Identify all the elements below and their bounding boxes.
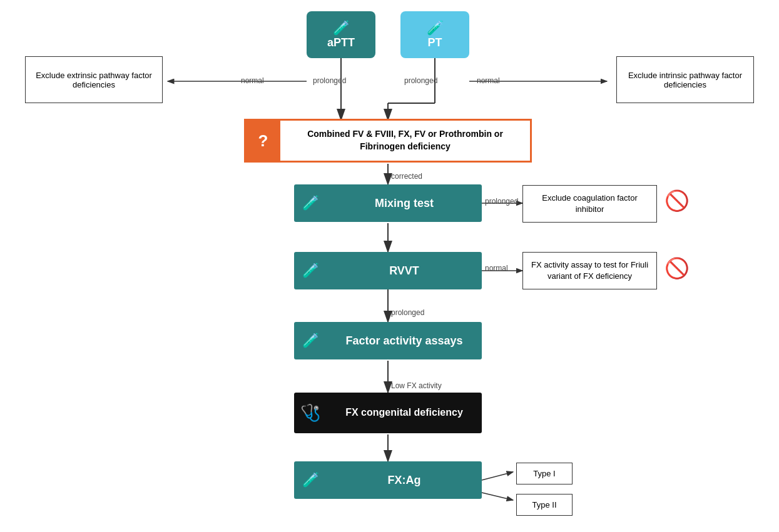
combined-text: Combined FV & FVIII, FX, FV or Prothromb… [280,128,530,153]
pt-label: PT [427,36,442,49]
aptt-label: aPTT [327,36,355,49]
label-prolonged-right: prolonged [404,76,437,85]
fx-friuli-box: FX activity assay to test for Friuli var… [522,252,657,289]
no-entry-coag: 🚫 [664,189,690,213]
intrinsic-text: Exclude intrinsic pathway factor deficie… [622,71,748,89]
intrinsic-box: Exclude intrinsic pathway factor deficie… [616,56,754,103]
combined-icon: ? [246,119,280,163]
mixing-test-box: 🧪 Mixing test [294,184,482,222]
aptt-tube-icon: 🧪 [333,20,350,36]
pt-tube: 🧪 PT [400,11,469,58]
fx-congenital-box: 🩺 FX congenital deficiency [294,393,482,433]
label-normal-left: normal [241,76,264,85]
type2-text: Type II [532,500,556,509]
pt-tube-icon: 🧪 [427,20,444,36]
label-prolonged-rvvt: prolonged [391,308,424,317]
combined-box: ? Combined FV & FVIII, FX, FV or Prothro… [244,119,532,163]
type2-box: Type II [516,494,573,516]
question-mark: ? [258,131,268,151]
fx-friuli-text: FX activity assay to test for Friuli var… [528,259,651,282]
fx-congenital-label: FX congenital deficiency [327,406,482,419]
extrinsic-text: Exclude extrinsic pathway factor deficie… [31,71,157,89]
stethoscope-icon: 🩺 [294,393,327,433]
no-entry-rvvt: 🚫 [664,256,690,280]
aptt-tube: 🧪 aPTT [307,11,375,58]
factor-assays-icon: 🧪 [294,322,327,359]
mixing-test-icon: 🧪 [294,184,327,222]
type1-text: Type I [533,469,555,478]
svg-line-15 [482,472,513,480]
svg-line-16 [482,493,513,500]
coag-inhibitor-text: Exclude coagulation factor inhibitor [528,193,651,215]
label-corrected: corrected [391,172,422,181]
rvvt-icon: 🧪 [294,252,327,289]
mixing-test-label: Mixing test [327,197,482,210]
factor-assays-label: Factor activity assays [327,334,482,348]
coag-inhibitor-box: Exclude coagulation factor inhibitor [522,185,657,223]
rvvt-box: 🧪 RVVT [294,252,482,289]
fxag-label: FX:Ag [327,474,482,487]
label-prolonged-mixing: prolonged [485,197,518,206]
factor-assays-box: 🧪 Factor activity assays [294,322,482,359]
type1-box: Type I [516,463,573,484]
extrinsic-box: Exclude extrinsic pathway factor deficie… [25,56,163,103]
fxag-box: 🧪 FX:Ag [294,461,482,499]
rvvt-label: RVVT [327,264,482,278]
fxag-icon: 🧪 [294,461,327,499]
label-low-fx: Low FX activity [391,381,442,390]
label-normal-rvvt: normal [485,264,508,273]
label-prolonged-left: prolonged [313,76,346,85]
diagram: 🧪 aPTT 🧪 PT normal prolonged prolonged n… [0,0,779,532]
label-normal-right: normal [477,76,500,85]
